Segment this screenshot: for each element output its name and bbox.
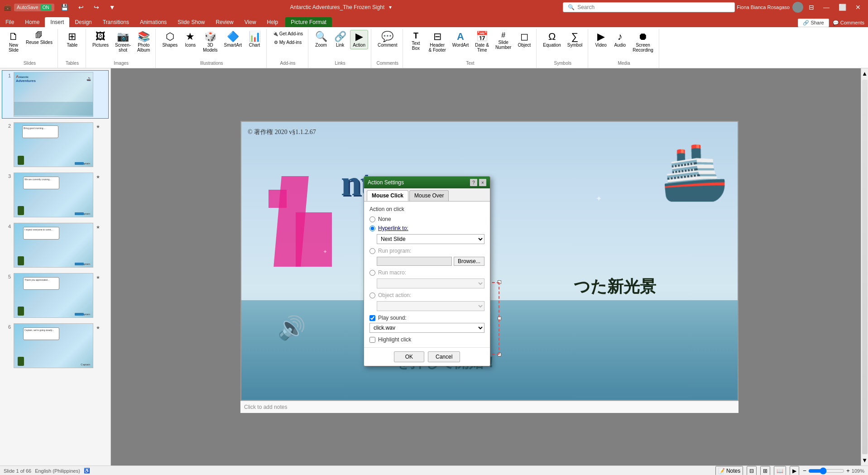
slide-sorter-btn[interactable]: ⊞ <box>760 466 770 475</box>
object-action-radio[interactable] <box>369 293 375 298</box>
scroll-up-btn[interactable]: ▲ <box>860 68 868 79</box>
screen-recording-btn[interactable]: ⏺ ScreenRecording <box>630 30 656 54</box>
reuse-slides-btn[interactable]: 🗐 Reuse Slides <box>24 30 55 46</box>
browse-btn[interactable]: Browse... <box>454 257 484 266</box>
slide-thumb-5[interactable]: 5 Thank you appreciated... Captain ★ <box>2 271 109 320</box>
normal-view-btn[interactable]: ⊟ <box>747 466 757 475</box>
undo-btn[interactable]: ↩ <box>75 2 87 13</box>
cancel-btn[interactable]: Cancel <box>428 351 460 362</box>
slide-thumb-2[interactable]: 2 Bring good morning... Captain ★ <box>2 120 109 169</box>
tab-help[interactable]: Help <box>262 17 284 27</box>
run-macro-radio[interactable] <box>369 270 375 276</box>
tab-design[interactable]: Design <box>69 17 97 27</box>
redo-btn[interactable]: ↪ <box>90 2 103 13</box>
play-sound-checkbox[interactable] <box>369 315 375 321</box>
close-btn[interactable]: ✕ <box>852 2 864 13</box>
notes-btn[interactable]: 📝 Notes <box>715 466 743 475</box>
textbox-btn[interactable]: T TextBox <box>407 30 425 53</box>
object-select[interactable] <box>377 301 484 311</box>
new-slide-btn[interactable]: 🗋 NewSlide <box>5 30 23 54</box>
audio-btn[interactable]: ♪ Audio <box>611 30 629 49</box>
tab-slideshow[interactable]: Slide Show <box>172 17 210 27</box>
symbol-btn[interactable]: ∑ Symbol <box>565 30 585 49</box>
ok-btn[interactable]: OK <box>394 351 424 362</box>
illustrations-group-items: ⬡ Shapes ★ Icons 🎲 3DModels 🔷 SmartArt 📊 <box>159 30 264 60</box>
get-addins-btn[interactable]: 🔌 Get Add-ins <box>270 30 305 38</box>
notes-placeholder[interactable]: Click to add notes <box>240 401 739 413</box>
zoom-out-btn[interactable]: − <box>803 467 806 474</box>
autosave-toggle[interactable]: AutoSave ON <box>14 4 54 11</box>
run-program-input[interactable] <box>377 257 452 266</box>
share-button[interactable]: 🔗 Share <box>798 19 829 27</box>
tab-transitions[interactable]: Transitions <box>97 17 134 27</box>
run-program-radio[interactable] <box>369 248 375 254</box>
ribbon-toggle-btn[interactable]: ⊟ <box>805 2 818 13</box>
icons-btn[interactable]: ★ Icons <box>181 30 199 49</box>
video-btn[interactable]: ▶ Video <box>592 30 610 49</box>
minimize-btn[interactable]: — <box>820 2 833 13</box>
link-btn[interactable]: 🔗 Link <box>331 30 349 49</box>
comments-button[interactable]: 💬 Comments <box>833 20 864 26</box>
zoom-btn[interactable]: 🔍 Zoom <box>312 30 330 49</box>
new-slide-label: NewSlide <box>9 43 19 53</box>
get-addins-label: 🔌 Get Add-ins <box>273 31 303 36</box>
equation-btn[interactable]: Ω Equation <box>540 30 563 49</box>
tab-home[interactable]: Home <box>19 17 45 27</box>
highlight-click-checkbox[interactable] <box>369 337 375 343</box>
slide-number-btn[interactable]: # SlideNumber <box>493 30 514 52</box>
photo-album-btn[interactable]: 📚 PhotoAlbum <box>134 30 153 54</box>
object-btn[interactable]: ◻ Object <box>515 30 533 49</box>
my-addins-btn[interactable]: ⚙ My Add-ins <box>270 38 305 46</box>
screen-recording-label: ScreenRecording <box>633 43 653 53</box>
slide-thumb-1[interactable]: 1 Antarctic Adventures 🚢 <box>2 70 109 119</box>
zoom-slider[interactable] <box>808 467 844 475</box>
macro-select[interactable] <box>377 278 484 288</box>
document-title: Antarctic Adventures_The Frozen Sight <box>290 4 384 10</box>
maximize-btn[interactable]: ⬜ <box>835 2 850 13</box>
audio-label: Audio <box>614 43 626 48</box>
search-input[interactable] <box>577 4 730 10</box>
autosave-label: AutoSave <box>17 5 38 10</box>
slide-5-speech: Thank you appreciated... <box>23 277 59 290</box>
tab-file[interactable]: File <box>0 17 19 27</box>
action-on-click-label: Action on click <box>369 206 484 212</box>
tab-insert[interactable]: Insert <box>45 17 69 27</box>
wordart-label: WordArt <box>452 43 469 48</box>
slide-thumb-6[interactable]: 6 Captain, we're going steady... Captain… <box>2 321 109 370</box>
scroll-down-btn[interactable]: ▼ <box>860 455 868 465</box>
dialog-close-btn[interactable]: × <box>479 179 486 186</box>
dialog-help-btn[interactable]: ? <box>470 179 477 186</box>
tab-animations[interactable]: Animations <box>134 17 172 27</box>
table-btn[interactable]: ⊞ Table <box>63 30 81 49</box>
header-footer-btn[interactable]: ⊟ Header& Footer <box>426 30 448 54</box>
reading-view-btn[interactable]: 📖 <box>774 466 786 475</box>
tab-picture-format[interactable]: Picture Format <box>285 17 332 27</box>
screenshot-btn[interactable]: 📷 Screen-shot <box>112 30 134 54</box>
tab-view[interactable]: View <box>239 17 262 27</box>
dialog-tab-mouse-click[interactable]: Mouse Click <box>367 190 408 201</box>
dialog-tab-mouse-over[interactable]: Mouse Over <box>409 190 449 201</box>
date-time-btn[interactable]: 📅 Date &Time <box>472 30 492 54</box>
comment-btn[interactable]: 💬 Comment <box>375 30 400 49</box>
hyperlink-radio[interactable] <box>369 226 375 231</box>
slide-thumb-4[interactable]: 4 I expect everyone to come... Captain ★ <box>2 221 109 269</box>
title-bar-right: 🔍 Fiona Bianca Rosagaso ⊟ — ⬜ ✕ <box>563 2 864 13</box>
chart-btn[interactable]: 📊 Chart <box>245 30 264 49</box>
wordart-btn[interactable]: A WordArt <box>450 30 472 49</box>
slideshow-view-btn[interactable]: ▶ <box>790 466 799 475</box>
smartart-btn[interactable]: 🔷 SmartArt <box>221 30 245 49</box>
search-bar[interactable]: 🔍 <box>563 2 735 12</box>
pictures-btn[interactable]: 🖼 Pictures <box>90 30 111 49</box>
scroll-thumb[interactable] <box>862 80 868 454</box>
3d-models-btn[interactable]: 🎲 3DModels <box>200 30 220 54</box>
sound-select[interactable]: click.wav [No Sound] Applause <box>369 323 484 333</box>
none-radio[interactable] <box>369 216 375 222</box>
save-btn[interactable]: 💾 <box>57 2 72 13</box>
shapes-btn[interactable]: ⬡ Shapes <box>159 30 180 49</box>
action-btn[interactable]: ▶ Action <box>350 30 368 49</box>
hyperlink-select[interactable]: Next Slide Previous Slide First Slide La… <box>377 234 484 244</box>
zoom-in-btn[interactable]: + <box>846 467 850 474</box>
customize-btn[interactable]: ▼ <box>106 2 119 13</box>
tab-review[interactable]: Review <box>210 17 239 27</box>
slide-thumb-3[interactable]: 3 We are currently cruising... Captain ★ <box>2 171 109 219</box>
